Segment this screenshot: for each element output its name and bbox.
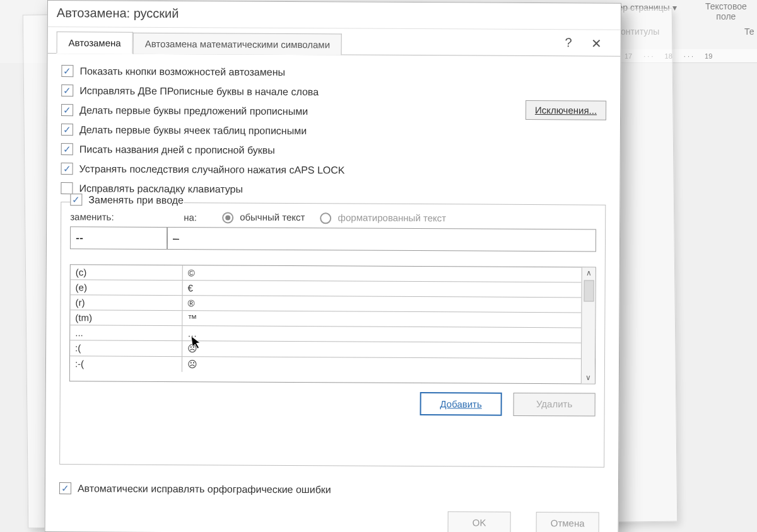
check-label: Писать названия дней с прописной буквы — [79, 144, 275, 156]
label-with: на: — [184, 212, 197, 223]
replace-group: Заменять при вводе заменить: на: обычный… — [59, 202, 606, 468]
radio-icon — [222, 212, 233, 223]
replace-from-input[interactable] — [70, 226, 167, 250]
check-label: Автоматически исправлять орфографические… — [78, 483, 331, 495]
exceptions-button[interactable]: Исключения... — [525, 100, 606, 120]
scroll-thumb[interactable] — [584, 280, 594, 301]
ok-button[interactable]: OK — [448, 511, 511, 532]
scroll-down-icon[interactable]: ∨ — [582, 372, 595, 383]
check-show-buttons[interactable]: Показать кнопки возможностей автозамены — [61, 61, 606, 84]
cancel-button[interactable]: Отмена — [536, 512, 599, 532]
replacements-table: (c) © (e) € (r) ® (tm) ™ — [69, 264, 596, 384]
checkbox-icon[interactable] — [61, 163, 73, 175]
checkbox-icon[interactable] — [61, 84, 73, 96]
check-label: Делать первые буквы предложений прописны… — [79, 105, 308, 117]
radio-formatted-text[interactable]: форматированный текст — [320, 212, 446, 224]
close-button[interactable]: ✕ — [591, 35, 602, 50]
check-replace-on-type[interactable]: Заменять при вводе — [70, 194, 184, 206]
delete-button: Удалить — [513, 393, 596, 417]
help-button[interactable]: ? — [565, 35, 572, 50]
check-label: Показать кнопки возможностей автозамены — [79, 66, 285, 78]
check-label: Исправлять раскладку клавиатуры — [79, 183, 243, 195]
checkbox-icon[interactable] — [61, 124, 73, 136]
dialog-footer: OK Отмена — [45, 503, 618, 532]
replace-to-input[interactable] — [167, 227, 596, 252]
tab-autocorrect[interactable]: Автозамена — [57, 32, 133, 54]
radio-plain-text[interactable]: обычный текст — [222, 211, 305, 224]
check-sentence-caps[interactable]: Делать первые буквы предложений прописны… — [61, 100, 606, 123]
check-capslock[interactable]: Устранять последствия случайного нажатия… — [61, 159, 606, 182]
tab-math-autocorrect[interactable]: Автозамена математическими символами — [133, 32, 343, 55]
radio-icon — [320, 212, 331, 224]
table-scrollbar[interactable]: ∧ ∨ — [581, 267, 596, 383]
check-day-caps[interactable]: Писать названия дней с прописной буквы — [61, 139, 606, 162]
ribbon-te: Те — [744, 26, 754, 37]
input-pair — [70, 226, 596, 252]
autocorrect-dialog: Автозамена: русский Автозамена Автозамен… — [45, 0, 621, 532]
add-button[interactable]: Добавить — [420, 392, 502, 416]
check-label: Исправлять ДВе ПРописные буквы в начале … — [79, 85, 319, 98]
tab-bar: Автозамена Автозамена математическими си… — [48, 27, 621, 57]
table-row[interactable]: :-( ☹ — [70, 356, 581, 374]
check-table-caps[interactable]: Делать первые буквы ячеек таблиц прописн… — [61, 120, 606, 142]
checkbox-icon[interactable] — [61, 143, 73, 155]
check-two-caps[interactable]: Исправлять ДВе ПРописные буквы в начале … — [61, 81, 606, 103]
checkbox-icon[interactable] — [61, 182, 73, 194]
checkbox-icon[interactable] — [61, 65, 73, 77]
dialog-content: Показать кнопки возможностей автозамены … — [45, 54, 621, 506]
check-auto-spellfix[interactable]: Автоматически исправлять орфографические… — [59, 478, 604, 501]
button-row: Добавить Удалить — [69, 390, 596, 416]
check-label: Устранять последствия случайного нажатия… — [79, 163, 345, 176]
scroll-up-icon[interactable]: ∧ — [584, 267, 594, 279]
dialog-title: Автозамена: русский — [48, 1, 621, 30]
checkbox-icon[interactable] — [59, 482, 71, 494]
label-row: заменить: на: обычный текст форматирован… — [70, 211, 596, 225]
ribbon-textfield: Текстовое поле — [705, 1, 747, 21]
label-replace: заменить: — [70, 211, 158, 223]
check-label: Заменять при вводе — [88, 194, 184, 206]
checkbox-icon[interactable] — [61, 104, 73, 116]
checkbox-icon[interactable] — [70, 194, 82, 205]
check-label: Делать первые буквы ячеек таблиц прописн… — [79, 124, 307, 137]
